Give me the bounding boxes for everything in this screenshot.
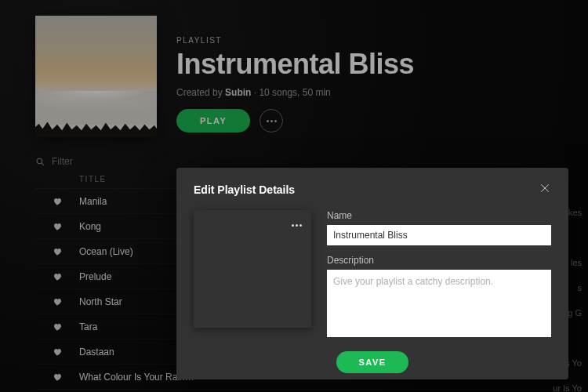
name-label: Name bbox=[327, 210, 551, 221]
modal-title: Edit Playlist Details bbox=[194, 183, 295, 196]
ellipsis-icon bbox=[292, 224, 302, 227]
close-icon bbox=[539, 182, 551, 194]
description-input[interactable] bbox=[327, 270, 551, 337]
close-button[interactable] bbox=[539, 182, 551, 198]
cover-more-button[interactable] bbox=[286, 215, 307, 235]
modal-cover[interactable] bbox=[194, 210, 311, 328]
name-input[interactable] bbox=[327, 225, 551, 245]
save-button[interactable]: SAVE bbox=[336, 351, 408, 373]
edit-playlist-modal: Edit Playlist Details Name Description S… bbox=[176, 168, 568, 379]
description-label: Description bbox=[327, 255, 551, 266]
